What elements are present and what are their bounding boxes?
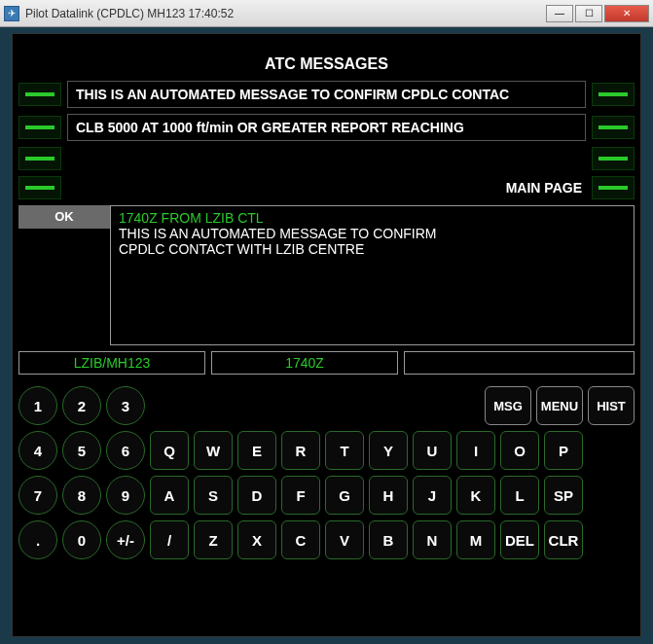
key-clr[interactable]: CLR	[544, 520, 583, 559]
key-o[interactable]: O	[500, 431, 539, 470]
lsk-right-main-page[interactable]	[592, 176, 635, 199]
page-title: ATC MESSAGES	[18, 34, 635, 81]
key-g[interactable]: G	[325, 476, 364, 515]
display-line1: THIS IS AN AUTOMATED MESSAGE TO CONFIRM	[119, 226, 626, 241]
message-row-1: THIS IS AN AUTOMATED MESSAGE TO CONFIRM …	[18, 81, 635, 108]
key-v[interactable]: V	[325, 520, 364, 559]
lsk-row-3	[18, 147, 635, 170]
app-panel: ATC MESSAGES THIS IS AN AUTOMATED MESSAG…	[12, 33, 641, 637]
key-q[interactable]: Q	[150, 431, 189, 470]
key-1[interactable]: 1	[18, 386, 57, 425]
lsk-right-3[interactable]	[592, 147, 635, 170]
key-s[interactable]: S	[194, 476, 233, 515]
lsk-left-1[interactable]	[18, 83, 61, 106]
lsk-row-4: MAIN PAGE	[18, 176, 635, 199]
status-scratchpad	[404, 351, 635, 375]
key-4[interactable]: 4	[18, 431, 57, 470]
key-6[interactable]: 6	[106, 431, 145, 470]
key-h[interactable]: H	[369, 476, 408, 515]
key-u[interactable]: U	[413, 431, 452, 470]
key-k[interactable]: K	[456, 476, 495, 515]
ok-button[interactable]: OK	[18, 205, 110, 229]
key-msg[interactable]: MSG	[485, 386, 531, 425]
key-5[interactable]: 5	[62, 431, 101, 470]
status-time: 1740Z	[211, 351, 398, 375]
key-c[interactable]: C	[281, 520, 320, 559]
key-x[interactable]: X	[237, 520, 276, 559]
message-display: 1740Z FROM LZIB CTL THIS IS AN AUTOMATED…	[110, 205, 635, 345]
key-8[interactable]: 8	[62, 476, 101, 515]
key-m[interactable]: M	[456, 520, 495, 559]
status-row: LZIB/MH123 1740Z	[18, 351, 635, 375]
key-e[interactable]: E	[237, 431, 276, 470]
key-n[interactable]: N	[413, 520, 452, 559]
key-9[interactable]: 9	[106, 476, 145, 515]
key-7[interactable]: 7	[18, 476, 57, 515]
key-3[interactable]: 3	[106, 386, 145, 425]
key-slash[interactable]: /	[150, 520, 189, 559]
key-plusminus[interactable]: +/-	[106, 520, 145, 559]
message-text-2: CLB 5000 AT 1000 ft/min OR GREATER REPOR…	[67, 114, 586, 141]
lsk-left-3[interactable]	[18, 147, 61, 170]
main-page-label: MAIN PAGE	[67, 180, 586, 196]
maximize-button[interactable]: ☐	[575, 5, 602, 22]
message-row-2: CLB 5000 AT 1000 ft/min OR GREATER REPOR…	[18, 114, 635, 141]
key-sp[interactable]: SP	[544, 476, 583, 515]
key-0[interactable]: 0	[62, 520, 101, 559]
key-r[interactable]: R	[281, 431, 320, 470]
key-2[interactable]: 2	[62, 386, 101, 425]
key-l[interactable]: L	[500, 476, 539, 515]
message-text-1: THIS IS AN AUTOMATED MESSAGE TO CONFIRM …	[67, 81, 586, 108]
response-area: OK 1740Z FROM LZIB CTL THIS IS AN AUTOMA…	[18, 205, 635, 345]
key-f[interactable]: F	[281, 476, 320, 515]
keyboard: 1 2 3 MSG MENU HIST 4 5 6 Q W E R T Y U …	[18, 386, 635, 559]
app-icon: ✈	[4, 6, 19, 21]
key-p[interactable]: P	[544, 431, 583, 470]
key-z[interactable]: Z	[194, 520, 233, 559]
key-d[interactable]: D	[237, 476, 276, 515]
key-dot[interactable]: .	[18, 520, 57, 559]
key-j[interactable]: J	[413, 476, 452, 515]
lsk-left-2[interactable]	[18, 116, 61, 139]
lsk-left-4[interactable]	[18, 176, 61, 199]
window-title: Pilot Datalink (CPDLC) MH123 17:40:52	[25, 7, 546, 20]
key-w[interactable]: W	[194, 431, 233, 470]
close-button[interactable]: ✕	[604, 5, 649, 22]
status-station: LZIB/MH123	[18, 351, 205, 375]
key-hist[interactable]: HIST	[588, 386, 635, 425]
key-y[interactable]: Y	[369, 431, 408, 470]
lsk-right-1[interactable]	[592, 83, 635, 106]
minimize-button[interactable]: —	[546, 5, 573, 22]
display-header: 1740Z FROM LZIB CTL	[119, 210, 626, 226]
window-titlebar: ✈ Pilot Datalink (CPDLC) MH123 17:40:52 …	[0, 0, 653, 27]
window-controls: — ☐ ✕	[546, 5, 649, 22]
key-b[interactable]: B	[369, 520, 408, 559]
key-i[interactable]: I	[456, 431, 495, 470]
key-del[interactable]: DEL	[500, 520, 539, 559]
key-t[interactable]: T	[325, 431, 364, 470]
display-line2: CPDLC CONTACT WITH LZIB CENTRE	[119, 241, 626, 257]
key-menu[interactable]: MENU	[536, 386, 583, 425]
key-a[interactable]: A	[150, 476, 189, 515]
lsk-right-2[interactable]	[592, 116, 635, 139]
